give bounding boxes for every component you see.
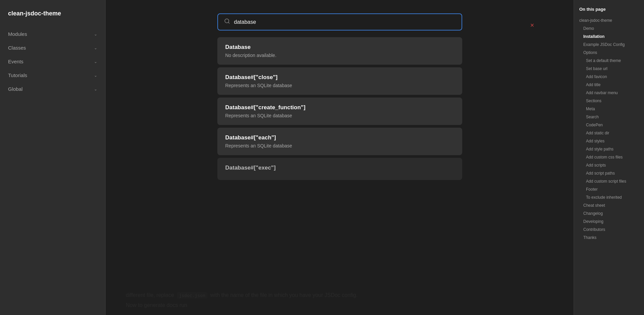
sidebar: clean-jsdoc-theme Modules ⌄ Classes ⌄ Ev… — [0, 0, 106, 315]
toc-item-thanks[interactable]: Thanks — [579, 234, 639, 242]
search-result-desc-0: No description available. — [225, 53, 454, 58]
toc-item-contributors[interactable]: Contributors — [579, 226, 639, 234]
search-close-button[interactable]: × — [530, 22, 534, 28]
toc-item-options[interactable]: Options — [579, 49, 639, 57]
toc-item-add-navbar-menu[interactable]: Add navbar menu — [579, 89, 639, 97]
search-box — [217, 13, 462, 30]
search-result-4[interactable]: Database#["exec"] — [217, 158, 462, 180]
toc-item-demo[interactable]: Demo — [579, 24, 639, 33]
search-result-desc-3: Represents an SQLite database — [225, 143, 454, 148]
svg-line-1 — [228, 22, 229, 23]
toc-item-add-styles[interactable]: Add styles — [579, 137, 639, 145]
toc-item-add-style-paths[interactable]: Add style paths — [579, 145, 639, 153]
toc-item-add-script-paths[interactable]: Add script paths — [579, 169, 639, 177]
search-icon — [224, 18, 230, 26]
toc-item-cheat-sheet[interactable]: Cheat sheet — [579, 201, 639, 209]
search-result-title-0: Database — [225, 44, 454, 51]
toc-item-add-favicon[interactable]: Add favicon — [579, 73, 639, 81]
toc-item-developing[interactable]: Developing — [579, 217, 639, 226]
search-result-0[interactable]: Database No description available. — [217, 37, 462, 65]
search-result-title-4: Database#["exec"] — [225, 165, 454, 171]
search-results: Database No description available. Datab… — [217, 37, 462, 180]
toc-item-example-jsdoc-config[interactable]: Example JSDoc Config — [579, 41, 639, 49]
toc-item-add-static-dir[interactable]: Add static dir — [579, 129, 639, 137]
toc-item-codepen[interactable]: CodePen — [579, 121, 639, 129]
search-result-desc-2: Represents an SQLite database — [225, 113, 454, 118]
search-result-3[interactable]: Database#["each"] Represents an SQLite d… — [217, 128, 462, 155]
right-sidebar: On this page clean-jsdoc-theme Demo Inst… — [574, 0, 644, 315]
sidebar-item-label-classes: Classes — [8, 45, 26, 51]
toc-item-add-custom-css-files[interactable]: Add custom css files — [579, 153, 639, 161]
toc-item-to-exclude-inherited[interactable]: To exclude inherited — [579, 193, 639, 201]
search-result-title-3: Database#["each"] — [225, 134, 454, 141]
sidebar-item-global[interactable]: Global ⌄ — [0, 82, 105, 96]
sidebar-item-label-tutorials: Tutorials — [8, 72, 27, 78]
on-this-page-title: On this page — [579, 7, 639, 12]
search-result-title-1: Database#["close"] — [225, 74, 454, 81]
sidebar-item-tutorials[interactable]: Tutorials ⌄ — [0, 68, 105, 82]
chevron-down-icon: ⌄ — [94, 73, 97, 78]
toc-item-add-scripts[interactable]: Add scripts — [579, 161, 639, 169]
sidebar-item-classes[interactable]: Classes ⌄ — [0, 41, 105, 55]
toc-item-changelog[interactable]: Changelog — [579, 209, 639, 217]
toc-item-meta[interactable]: Meta — [579, 105, 639, 113]
chevron-down-icon: ⌄ — [94, 59, 97, 64]
search-result-1[interactable]: Database#["close"] Represents an SQLite … — [217, 67, 462, 95]
sidebar-item-events[interactable]: Events ⌄ — [0, 55, 105, 68]
sidebar-item-label-global: Global — [8, 86, 22, 92]
sidebar-item-modules[interactable]: Modules ⌄ — [0, 27, 105, 41]
toc-item-search[interactable]: Search — [579, 113, 639, 121]
search-result-title-2: Database#["create_function"] — [225, 104, 454, 111]
main-content: different file, replace jsdoc.json with … — [106, 0, 574, 315]
search-result-desc-1: Represents an SQLite database — [225, 83, 454, 88]
toc-item-add-custom-script-files[interactable]: Add custom script files — [579, 177, 639, 185]
toc-item-sections[interactable]: Sections — [579, 97, 639, 105]
sidebar-title: clean-jsdoc-theme — [0, 7, 105, 27]
sidebar-item-label-modules: Modules — [8, 31, 27, 37]
chevron-down-icon: ⌄ — [94, 46, 97, 50]
chevron-down-icon: ⌄ — [94, 32, 97, 37]
toc-item-installation[interactable]: Installation — [579, 33, 639, 41]
toc-item-clean-jsdoc-theme[interactable]: clean-jsdoc-theme — [579, 16, 639, 24]
toc-item-footer[interactable]: Footer — [579, 185, 639, 193]
search-overlay: × Database No description available. Dat… — [106, 0, 574, 315]
toc-item-set-base-url[interactable]: Set base url — [579, 65, 639, 73]
search-input[interactable] — [234, 19, 455, 25]
toc-item-add-title[interactable]: Add title — [579, 81, 639, 89]
toc-item-set-default-theme[interactable]: Set a default theme — [579, 57, 639, 65]
search-result-2[interactable]: Database#["create_function"] Represents … — [217, 98, 462, 125]
chevron-down-icon: ⌄ — [94, 87, 97, 91]
sidebar-item-label-events: Events — [8, 59, 23, 64]
